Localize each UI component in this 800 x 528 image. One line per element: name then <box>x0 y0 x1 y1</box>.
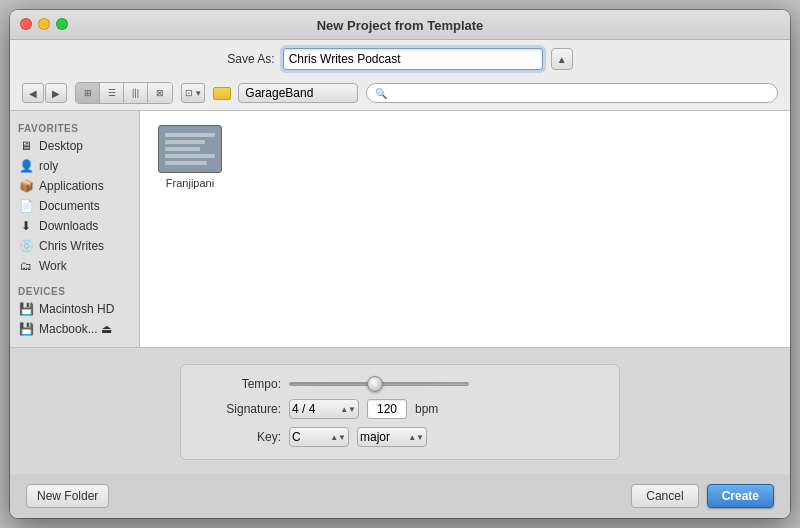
forward-button[interactable]: ▶ <box>45 83 67 103</box>
sidebar-item-label: Documents <box>39 199 100 213</box>
action-row: New Folder Cancel Create <box>10 474 790 518</box>
sidebar-item-label: Downloads <box>39 219 98 233</box>
sidebar-item-applications[interactable]: 📦 Applications <box>10 176 139 196</box>
macbook-icon: 💾 <box>18 321 34 337</box>
sidebar-item-label: Macbook... ⏏ <box>39 322 112 336</box>
sidebar-item-macbook[interactable]: 💾 Macbook... ⏏ <box>10 319 139 339</box>
user-icon: 👤 <box>18 158 34 174</box>
sidebar-item-label: Macintosh HD <box>39 302 114 316</box>
folder-icon: 🗂 <box>18 258 34 274</box>
file-thumbnail <box>158 125 222 173</box>
sidebar: FAVORITES 🖥 Desktop 👤 roly 📦 Application… <box>10 111 140 347</box>
mode-dropdown-wrapper[interactable]: major minor ▲▼ <box>357 427 427 447</box>
view-cover-btn[interactable]: ⊠ <box>148 83 172 103</box>
desktop-icon: 🖥 <box>18 138 34 154</box>
bpm-unit-label: bpm <box>415 402 438 416</box>
view-column-btn[interactable]: ||| <box>124 83 148 103</box>
folder-selector[interactable]: GarageBand <box>213 83 358 103</box>
file-item-franjipani[interactable]: Franjipani <box>150 121 230 193</box>
dialog: New Project from Template Save As: ▲ ◀ ▶… <box>10 10 790 518</box>
view-list-btn[interactable]: ☰ <box>100 83 124 103</box>
dialog-title: New Project from Template <box>317 18 484 33</box>
sidebar-item-documents[interactable]: 📄 Documents <box>10 196 139 216</box>
save-as-label: Save As: <box>227 52 274 66</box>
tempo-slider[interactable] <box>289 377 469 391</box>
sidebar-item-macintosh-hd[interactable]: 💾 Macintosh HD <box>10 299 139 319</box>
tempo-label: Tempo: <box>211 377 281 391</box>
back-button[interactable]: ◀ <box>22 83 44 103</box>
toolbar-row: ◀ ▶ ⊞ ☰ ||| ⊠ ⊡ ▾ GarageBand 🔍 <box>10 78 790 111</box>
save-as-input[interactable] <box>283 48 543 70</box>
cancel-button[interactable]: Cancel <box>631 484 698 508</box>
sidebar-item-work[interactable]: 🗂 Work <box>10 256 139 276</box>
new-folder-button[interactable]: New Folder <box>26 484 109 508</box>
key-label: Key: <box>211 430 281 444</box>
sidebar-item-downloads[interactable]: ⬇ Downloads <box>10 216 139 236</box>
sidebar-item-label: Desktop <box>39 139 83 153</box>
minimize-button[interactable] <box>38 18 50 30</box>
signature-label: Signature: <box>211 402 281 416</box>
sidebar-item-chris-writes[interactable]: 💿 Chris Writes <box>10 236 139 256</box>
mode-select[interactable]: major minor <box>357 427 427 447</box>
key-select[interactable]: CC#DD# EFF#G G#AA#B <box>289 427 349 447</box>
signature-select[interactable]: 4 / 4 3 / 4 2 / 4 6 / 8 <box>289 399 359 419</box>
nav-buttons: ◀ ▶ <box>22 83 67 103</box>
sidebar-item-label: Applications <box>39 179 104 193</box>
hd-icon: 💾 <box>18 301 34 317</box>
key-row: Key: CC#DD# EFF#G G#AA#B ▲▼ major minor … <box>211 427 589 447</box>
right-buttons: Cancel Create <box>631 484 774 508</box>
search-box[interactable]: 🔍 <box>366 83 778 103</box>
search-icon: 🔍 <box>375 88 387 99</box>
traffic-lights <box>20 18 68 30</box>
view-icon-btn[interactable]: ⊞ <box>76 83 100 103</box>
documents-icon: 📄 <box>18 198 34 214</box>
settings-area: Tempo: Signature: 4 / 4 3 / 4 2 / 4 6 / … <box>180 364 620 460</box>
bpm-input[interactable] <box>367 399 407 419</box>
search-input[interactable] <box>391 87 769 99</box>
signature-dropdown-wrapper[interactable]: 4 / 4 3 / 4 2 / 4 6 / 8 ▲▼ <box>289 399 359 419</box>
applications-icon: 📦 <box>18 178 34 194</box>
sidebar-item-label: Chris Writes <box>39 239 104 253</box>
close-button[interactable] <box>20 18 32 30</box>
devices-label: DEVICES <box>10 282 139 299</box>
save-as-row: Save As: ▲ <box>10 40 790 78</box>
tempo-row: Tempo: <box>211 377 589 391</box>
sidebar-item-roly[interactable]: 👤 roly <box>10 156 139 176</box>
file-name: Franjipani <box>166 177 214 189</box>
view-buttons: ⊞ ☰ ||| ⊠ <box>75 82 173 104</box>
expand-button[interactable]: ▲ <box>551 48 573 70</box>
create-button[interactable]: Create <box>707 484 774 508</box>
disk-icon: 💿 <box>18 238 34 254</box>
folder-dropdown[interactable]: GarageBand <box>238 83 358 103</box>
favorites-label: FAVORITES <box>10 119 139 136</box>
settings-panel: Tempo: Signature: 4 / 4 3 / 4 2 / 4 6 / … <box>10 347 790 474</box>
sidebar-item-label: Work <box>39 259 67 273</box>
signature-row: Signature: 4 / 4 3 / 4 2 / 4 6 / 8 ▲▼ bp… <box>211 399 589 419</box>
maximize-button[interactable] <box>56 18 68 30</box>
key-dropdown-wrapper[interactable]: CC#DD# EFF#G G#AA#B ▲▼ <box>289 427 349 447</box>
main-area: FAVORITES 🖥 Desktop 👤 roly 📦 Application… <box>10 111 790 347</box>
file-browser: Franjipani <box>140 111 790 347</box>
downloads-icon: ⬇ <box>18 218 34 234</box>
sidebar-item-label: roly <box>39 159 58 173</box>
view-options-btn[interactable]: ⊡ ▾ <box>181 83 205 103</box>
sidebar-item-desktop[interactable]: 🖥 Desktop <box>10 136 139 156</box>
title-bar: New Project from Template <box>10 10 790 40</box>
